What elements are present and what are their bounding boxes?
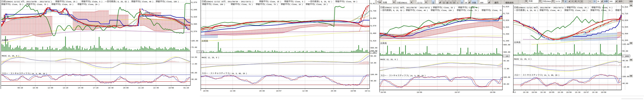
svg-text:( Close, 150 ): ( Close, 150 )	[573, 9, 588, 11]
svg-text:( Close, 150 ): ( Close, 150 )	[211, 3, 225, 5]
svg-text:10/08: 10/08	[168, 87, 174, 89]
svg-text:10:40: 10:40	[32, 87, 38, 89]
svg-text:( Close, 75 ): ( Close, 75 )	[264, 3, 278, 5]
svg-text:100.00: 100.00	[622, 76, 629, 78]
svg-text:40.00: 40.00	[191, 78, 197, 80]
svg-text:8,715: 8,715	[504, 12, 509, 14]
svg-text:75.00: 75.00	[191, 46, 197, 48]
svg-text:× 1000: × 1000	[623, 55, 629, 57]
svg-text:20:00: 20:00	[123, 87, 128, 89]
svg-text:8,645: 8,645	[191, 9, 197, 11]
svg-text:55.00: 55.00	[370, 55, 376, 57]
svg-text:× 100: × 100	[504, 55, 508, 57]
svg-text:1: 1	[590, 0, 590, 2]
svg-text:( Close, 10 ): ( Close, 10 )	[290, 3, 303, 5]
svg-text:09:20: 09:20	[18, 87, 23, 89]
svg-text:8,650: 8,650	[370, 17, 376, 19]
svg-text:8,730: 8,730	[370, 10, 376, 12]
svg-text:40.00: 40.00	[622, 82, 628, 85]
svg-text:300.00: 300.00	[504, 51, 510, 53]
svg-text:8,430: 8,430	[504, 33, 509, 35]
svg-text:10/07: 10/07	[454, 91, 460, 93]
svg-text:( Close, 25 ): ( Close, 25 )	[268, 1, 281, 3]
svg-text:8,595: 8,595	[191, 23, 197, 25]
svg-text:30: 30	[465, 2, 467, 4]
svg-text:( Close, 40 ): ( Close, 40 )	[548, 9, 562, 11]
svg-text:( Close, 40 ): ( Close, 40 )	[140, 1, 153, 3]
svg-text:225mini 11/12( 60: 225mini 11/12( 60	[518, 7, 536, 9]
svg-text:900.00: 900.00	[504, 44, 510, 46]
svg-text:95.00: 95.00	[191, 72, 197, 74]
svg-text:40.00: 40.00	[504, 83, 509, 85]
svg-text:( Close, 75 ): ( Close, 75 )	[239, 3, 253, 5]
svg-text:, 2011/09/30 - 2011/10/11 ): , 2011/09/30 - 2011/10/11 )	[226, 1, 254, 3]
svg-text:10/05: 10/05	[549, 91, 554, 93]
svg-text:( Close, 5 ): ( Close, 5 )	[467, 7, 479, 9]
svg-text:( Close, 20 ): ( Close, 20 )	[314, 3, 328, 5]
svg-text:12:00: 12:00	[302, 90, 308, 92]
svg-text:-2.00: -2.00	[191, 63, 197, 65]
svg-text:16:30: 16:30	[540, 91, 546, 93]
svg-text:8,525: 8,525	[504, 26, 509, 28]
svg-text:, 2011/09/30 - 2011/10/11 ): , 2011/09/30 - 2011/10/11 )	[538, 7, 566, 9]
svg-text:8,810: 8,810	[622, 6, 628, 8]
svg-text:45.00: 45.00	[504, 60, 509, 62]
svg-text:12:00: 12:00	[230, 90, 236, 92]
svg-text:( Close, 40 ): ( Close, 40 )	[344, 1, 357, 3]
svg-text:16:30: 16:30	[558, 91, 563, 93]
svg-text:( Close, 20 ): ( Close, 20 )	[86, 3, 100, 5]
svg-text:14.50: 14.50	[191, 56, 197, 58]
svg-text:225mini: 225mini	[546, 1, 552, 2]
svg-text:650.00: 650.00	[370, 47, 378, 49]
svg-text:( Close, 10 ): ( Close, 10 )	[60, 3, 74, 5]
svg-text:( Close, 75 ): ( Close, 75 )	[599, 9, 612, 11]
svg-text:-5.00: -5.00	[504, 68, 509, 70]
svg-text:10/08: 10/08	[350, 90, 356, 92]
svg-text:12:00: 12:00	[48, 87, 53, 89]
svg-text:10/06: 10/06	[417, 91, 422, 93]
svg-text:-10.00: -10.00	[622, 66, 629, 68]
svg-text:21:20: 21:20	[138, 87, 144, 89]
svg-text:10/08: 10/08	[601, 91, 606, 93]
svg-text:10/05: 10/05	[203, 90, 208, 92]
svg-text:MACD( 12, 26, 9 ): MACD( 12, 26, 9 )	[514, 58, 532, 60]
svg-text:10.00: 10.00	[370, 62, 376, 64]
svg-text:20:00: 20:00	[331, 90, 336, 92]
svg-text:14:40: 14:40	[78, 87, 83, 89]
svg-text:( 9, 26, 52 ): ( 9, 26, 52 )	[391, 9, 404, 11]
svg-text:( 14, 3, 80, 20 ): ( 14, 3, 80, 20 )	[408, 75, 426, 77]
svg-text:10/11: 10/11	[365, 90, 370, 92]
svg-text:8,525: 8,525	[622, 26, 628, 28]
svg-text:8,620: 8,620	[504, 19, 509, 21]
svg-text:16:30: 16:30	[592, 91, 598, 93]
svg-text:8,410: 8,410	[370, 40, 376, 42]
svg-text:( Close, 25 ): ( Close, 25 )	[442, 7, 455, 9]
svg-text:( Close, 75 ): ( Close, 75 )	[490, 9, 504, 11]
svg-text:195.00: 195.00	[191, 40, 198, 42]
svg-text:8,570: 8,570	[370, 25, 376, 27]
svg-text:MACD( 12, 26, 9 ): MACD( 12, 26, 9 )	[380, 58, 398, 61]
svg-text:( 14, 3, 80, 20 ): ( 14, 3, 80, 20 )	[542, 74, 560, 76]
svg-text:16:30: 16:30	[575, 91, 580, 93]
svg-text:20:00: 20:00	[259, 90, 265, 92]
svg-text:135.00: 135.00	[622, 43, 629, 45]
svg-text:( 9, 26, 52 ): ( 9, 26, 52 )	[525, 9, 538, 11]
svg-text:17:20: 17:20	[93, 87, 98, 89]
svg-text:( Close, 5 ): ( Close, 5 )	[90, 1, 102, 3]
svg-text:( Close, 150 ): ( Close, 150 )	[164, 1, 179, 3]
svg-text:( 14, 3, 80, 20 ): ( 14, 3, 80, 20 )	[230, 73, 247, 75]
svg-text:10/05: 10/05	[380, 91, 386, 93]
svg-text:11/12: 11/12	[417, 2, 422, 4]
svg-text:225mini 11/12( 5: 225mini 11/12( 5	[6, 1, 22, 3]
svg-text:( Close, 150 ): ( Close, 150 )	[439, 9, 454, 11]
svg-text:( Close, 75 ): ( Close, 75 )	[35, 3, 48, 5]
svg-text:( Close, 40 ): ( Close, 40 )	[414, 9, 428, 11]
svg-text:100.00: 100.00	[370, 74, 378, 76]
svg-text:8,335: 8,335	[622, 39, 628, 41]
svg-text:( 9, 26, 52 ): ( 9, 26, 52 )	[116, 1, 129, 3]
svg-text:× 100: × 100	[197, 51, 202, 53]
svg-text:225mini: 225mini	[400, 2, 407, 4]
svg-text:, 2011/10/05 - 2011/10/11 ): , 2011/10/05 - 2011/10/11 )	[24, 1, 52, 3]
svg-text:55.00: 55.00	[622, 50, 628, 52]
svg-text:18:40: 18:40	[108, 87, 114, 89]
